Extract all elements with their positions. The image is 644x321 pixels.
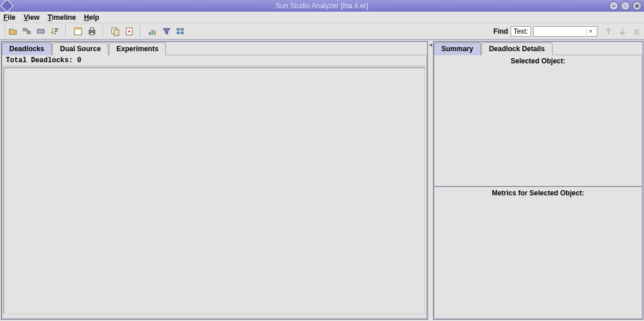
toolbar-icons [8,26,185,37]
svg-rect-10 [90,33,94,35]
metrics-header: Metrics for Selected Object: [434,187,642,199]
copy-icon[interactable] [111,27,120,36]
svg-rect-21 [181,32,183,34]
menu-view[interactable]: View [24,13,40,22]
new-window-icon[interactable] [73,27,83,36]
separator [102,26,105,37]
right-tabbar: Summary Deadlock Details [434,42,642,55]
svg-rect-15 [149,32,151,35]
close-button[interactable]: ✕ [632,1,642,10]
svg-rect-19 [181,28,183,30]
left-tabbar: Deadlocks Dual Source Experiments [2,42,427,55]
left-content: Total Deadlocks: 0 [2,55,427,319]
tab-summary[interactable]: Summary [434,42,481,55]
svg-rect-0 [23,28,26,31]
selected-object-header: Selected Object: [434,55,642,67]
minimize-button[interactable]: – [609,1,618,10]
find-mode-dropdown[interactable]: Text: [511,26,531,37]
svg-rect-5 [55,33,56,34]
settings-icon[interactable] [176,27,185,36]
tab-experiments[interactable]: Experiments [109,42,166,55]
bookmark-icon[interactable] [125,27,134,36]
menu-timeline[interactable]: Timeline [48,13,76,22]
tab-deadlocks[interactable]: Deadlocks [2,42,52,55]
find-history-dropdown-icon[interactable]: ▼ [586,28,595,34]
menubar: File View Timeline Help [0,12,644,23]
print-icon[interactable] [87,27,97,36]
filter-icon[interactable] [162,27,171,36]
svg-rect-4 [55,31,57,32]
deadlocks-list [3,67,425,314]
find-input-wrap: ▼ [533,26,597,37]
find-section: Find Text: ▼ [493,26,641,37]
svg-rect-7 [75,28,82,30]
menu-file[interactable]: File [3,13,16,22]
left-pane: Deadlocks Dual Source Experiments Total … [1,41,428,320]
svg-point-14 [128,30,130,33]
tab-dual-source[interactable]: Dual Source [52,42,108,55]
window-titlebar: Sun Studio Analyzer [tha.4.er] – ▫ ✕ [0,0,644,12]
right-content: Selected Object: Metrics for Selected Ob… [434,55,642,319]
find-prev-icon[interactable] [604,27,613,35]
find-mode-value: Text: [514,27,528,35]
toolbar-grip [5,26,7,37]
menu-help[interactable]: Help [84,13,99,22]
toolbar: Find Text: ▼ [0,23,644,40]
separator [65,26,68,37]
maximize-button[interactable]: ▫ [621,1,630,10]
find-clear-icon[interactable] [632,27,641,35]
sort-icon[interactable] [50,27,59,36]
find-nav [604,27,641,35]
find-label: Find [493,27,508,35]
find-input[interactable] [534,27,586,35]
svg-rect-16 [151,30,153,35]
find-next-icon[interactable] [618,27,627,35]
window-title: Sun Studio Analyzer [tha.4.er] [276,2,369,10]
selected-object-panel: Selected Object: [434,55,642,187]
right-pane: Summary Deadlock Details Selected Object… [433,41,643,320]
svg-rect-18 [177,28,179,30]
svg-rect-12 [114,30,119,35]
svg-rect-2 [37,30,44,33]
vertical-splitter[interactable]: ◂ [429,40,432,320]
window-controls: – ▫ ✕ [609,1,642,10]
main-area: Deadlocks Dual Source Experiments Total … [0,40,644,320]
svg-rect-3 [55,28,58,30]
svg-rect-9 [90,28,94,30]
svg-rect-17 [154,31,155,35]
combine-icon[interactable] [22,27,31,36]
metrics-panel: Metrics for Selected Object: [434,187,642,318]
deadlocks-status: Total Deadlocks: 0 [2,55,426,66]
splitter-arrow-icon: ◂ [429,41,432,48]
collapse-icon[interactable] [36,27,45,36]
open-icon[interactable] [8,27,17,36]
svg-rect-20 [177,32,179,34]
app-icon [1,0,14,12]
tab-deadlock-details[interactable]: Deadlock Details [482,42,553,55]
separator [140,26,142,37]
chart-icon[interactable] [148,27,157,36]
